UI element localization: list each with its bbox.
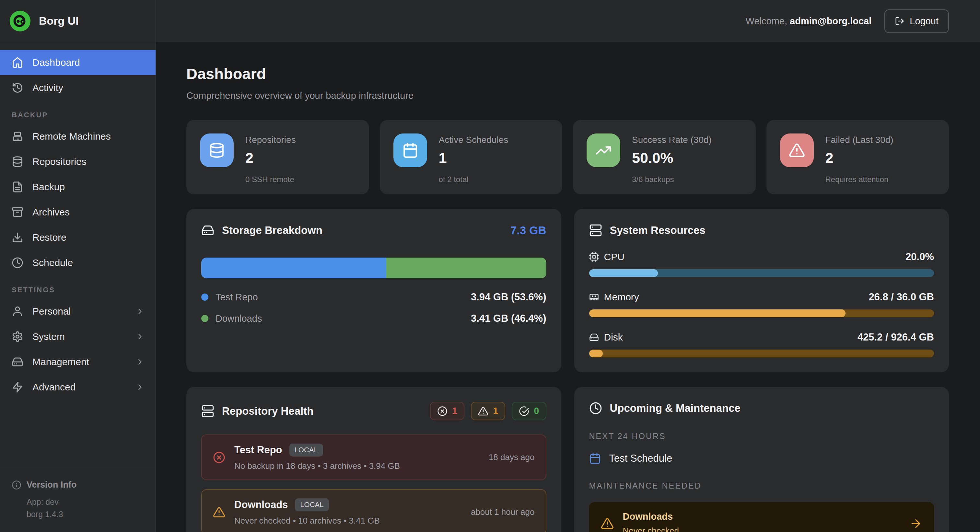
database-icon [209, 142, 225, 159]
stat-card-success-rate: Success Rate (30d) 50.0% 3/6 backups [573, 120, 756, 194]
legend-value: 3.41 GB (46.4%) [471, 313, 546, 324]
stat-value: 2 [245, 150, 296, 167]
sidebar-item-label: Advanced [32, 382, 75, 393]
trending-up-icon [595, 142, 611, 159]
sidebar-item-label: Dashboard [32, 57, 80, 68]
sidebar-item-activity[interactable]: Activity [0, 75, 156, 100]
health-row-test-repo[interactable]: Test Repo LOCAL No backup in 18 days • 3… [201, 435, 546, 480]
sidebar-item-schedule[interactable]: Schedule [0, 250, 156, 275]
sidebar-item-label: System [32, 331, 65, 342]
server-icon [589, 224, 602, 237]
cpu-progress-track [589, 269, 934, 277]
maintenance-item-downloads[interactable]: Downloads Never checked [589, 502, 934, 532]
version-borg-line: borg 1.4.3 [27, 508, 144, 520]
sidebar-item-label: Archives [32, 207, 70, 218]
resource-value: 20.0% [905, 251, 934, 263]
stat-label: Active Schedules [439, 135, 509, 145]
stat-card-active-schedules: Active Schedules 1 of 2 total [380, 120, 563, 194]
chevron-right-icon [134, 332, 146, 341]
clock-icon [589, 402, 602, 415]
welcome-text: Welcome, admin@borg.local [746, 16, 872, 27]
repo-time: 18 days ago [489, 452, 535, 462]
stat-icon-tile [393, 133, 427, 167]
sidebar-nav: Dashboard Activity BACKUP Remote Machine… [0, 42, 156, 400]
legend-dot-blue [201, 294, 208, 301]
arrow-right-icon [909, 517, 922, 530]
stat-sub: 3/6 backups [632, 175, 712, 184]
ok-count-badge: 0 [512, 402, 546, 420]
legend-name: Test Repo [215, 292, 258, 303]
maintenance-desc: Never checked [623, 526, 679, 532]
alert-triangle-icon [789, 142, 805, 159]
user-icon [12, 305, 23, 317]
zap-icon [12, 381, 23, 393]
stat-icon-tile [200, 133, 234, 167]
history-icon [12, 82, 23, 94]
alert-triangle-icon [478, 406, 488, 416]
health-row-downloads[interactable]: Downloads LOCAL Never checked • 10 archi… [201, 489, 546, 532]
check-circle-icon [519, 406, 529, 416]
download-icon [12, 232, 23, 243]
stat-card-failed: Failed (Last 30d) 2 Requires attention [767, 120, 949, 194]
resource-name: Disk [604, 332, 623, 343]
sidebar-item-restore[interactable]: Restore [0, 225, 156, 250]
sidebar-item-system[interactable]: System [0, 324, 156, 349]
sidebar-item-personal[interactable]: Personal [0, 299, 156, 324]
storage-stacked-bar [201, 257, 546, 278]
card-title: System Resources [610, 224, 705, 237]
welcome-prefix: Welcome, [746, 16, 787, 26]
sidebar-item-remote-machines[interactable]: Remote Machines [0, 124, 156, 149]
chevron-right-icon [134, 307, 146, 316]
stat-icon-tile [780, 133, 814, 167]
logged-in-user: admin@borg.local [790, 16, 872, 26]
database-icon [12, 156, 23, 167]
health-badges: 1 1 0 [430, 402, 546, 420]
alert-triangle-icon [601, 517, 614, 530]
stat-label: Repositories [245, 135, 296, 145]
chevron-right-icon [134, 357, 146, 367]
version-app-line: App: dev [27, 496, 144, 508]
card-title: Repository Health [222, 405, 313, 417]
stat-value: 1 [439, 150, 509, 167]
logout-icon [895, 16, 905, 26]
archive-icon [12, 206, 23, 218]
sidebar-item-repositories[interactable]: Repositories [0, 149, 156, 174]
stat-value: 50.0% [632, 150, 712, 167]
sidebar-item-archives[interactable]: Archives [0, 200, 156, 225]
repo-time: about 1 hour ago [471, 507, 535, 517]
gear-icon [12, 331, 23, 343]
chevron-right-icon [134, 383, 146, 392]
sidebar-item-dashboard[interactable]: Dashboard [0, 50, 156, 75]
repo-desc: No backup in 18 days • 3 archives • 3.94… [234, 461, 400, 471]
calendar-icon [402, 142, 418, 159]
resource-row-disk: Disk 425.2 / 926.4 GB [589, 332, 934, 357]
resource-value: 425.2 / 926.4 GB [858, 332, 934, 343]
legend-name: Downloads [215, 313, 262, 324]
sidebar-item-label: Backup [32, 181, 65, 192]
system-resources-card: System Resources CPU 20.0% Memory 26.8 /… [574, 209, 949, 372]
repo-name: Test Repo [234, 444, 282, 456]
sidebar-item-management[interactable]: Management [0, 349, 156, 375]
sidebar-item-backup[interactable]: Backup [0, 174, 156, 200]
disk-progress-track [589, 349, 934, 357]
x-circle-icon [437, 406, 447, 416]
x-circle-icon [213, 451, 225, 464]
stat-sub: 0 SSH remote [245, 175, 296, 184]
resource-name: CPU [604, 251, 625, 262]
schedule-item-test-schedule[interactable]: Test Schedule [589, 453, 934, 464]
server-icon [201, 405, 214, 418]
sidebar-section-settings: SETTINGS [12, 286, 156, 294]
memory-icon [589, 292, 599, 302]
memory-progress-fill [589, 310, 846, 317]
resource-row-cpu: CPU 20.0% [589, 251, 934, 277]
resource-name: Memory [604, 292, 639, 303]
repo-desc: Never checked • 10 archives • 3.41 GB [234, 516, 380, 526]
hard-drive-icon [12, 356, 23, 368]
maintenance-needed-label: MAINTENANCE NEEDED [589, 481, 934, 491]
logout-button[interactable]: Logout [885, 10, 949, 33]
middle-row: Storage Breakdown 7.3 GB Test Repo 3.94 … [186, 209, 949, 372]
storage-segment-test-repo [201, 257, 386, 278]
stat-value: 2 [826, 150, 894, 167]
sidebar-item-advanced[interactable]: Advanced [0, 375, 156, 400]
next-24-hours-label: NEXT 24 HOURS [589, 432, 934, 441]
